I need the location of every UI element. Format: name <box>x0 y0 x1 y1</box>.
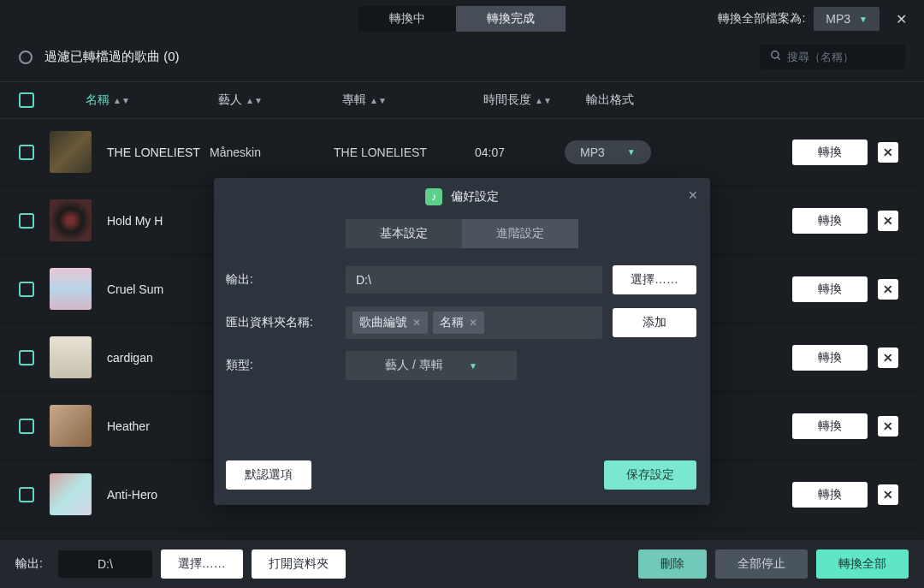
add-tag-button[interactable]: 添加 <box>613 308 696 337</box>
modal-choose-button[interactable]: 選擇…… <box>613 265 696 294</box>
modal-output-label: 輸出: <box>226 272 346 288</box>
choose-output-button[interactable]: 選擇…… <box>161 549 243 579</box>
convert-all-button[interactable]: 轉換全部 <box>816 549 909 579</box>
remove-tag-icon[interactable]: ✕ <box>469 317 477 329</box>
tag-track-number[interactable]: 歌曲編號✕ <box>352 312 428 334</box>
remove-row-icon[interactable]: ✕ <box>878 347 898 368</box>
row-checkbox[interactable] <box>19 487 34 502</box>
modal-output-path[interactable]: D:\ <box>346 266 602 294</box>
album-art <box>50 131 92 173</box>
search-box[interactable] <box>760 45 905 69</box>
search-icon <box>770 50 782 64</box>
type-select[interactable]: 藝人 / 專輯 ▼ <box>346 351 517 380</box>
convert-button[interactable]: 轉換 <box>792 413 868 439</box>
modal-close-icon[interactable]: ✕ <box>688 188 698 202</box>
remove-row-icon[interactable]: ✕ <box>878 279 898 300</box>
output-label: 輸出: <box>15 556 43 572</box>
modal-title: 偏好設定 <box>451 189 499 205</box>
filter-label: 過濾已轉檔過的歌曲 (0) <box>44 49 180 65</box>
conversion-tabs: 轉換中 轉換完成 <box>358 6 566 32</box>
type-label: 類型: <box>226 358 346 373</box>
track-artist: Måneskin <box>210 146 334 159</box>
delete-button[interactable]: 刪除 <box>638 549 707 579</box>
convert-button[interactable]: 轉換 <box>792 208 868 234</box>
remove-tag-icon[interactable]: ✕ <box>412 317 421 329</box>
convert-button[interactable]: 轉換 <box>792 276 868 302</box>
stop-all-button[interactable]: 全部停止 <box>715 549 808 579</box>
all-format-select[interactable]: MP3 ▼ <box>814 7 880 31</box>
col-artist[interactable]: 藝人▲▼ <box>218 92 342 108</box>
convert-button[interactable]: 轉換 <box>792 140 868 165</box>
chevron-down-icon: ▼ <box>627 147 636 157</box>
sort-icon: ▲▼ <box>113 98 130 103</box>
filter-toggle-icon[interactable] <box>19 50 33 64</box>
row-checkbox[interactable] <box>19 282 34 297</box>
app-icon: ♪ <box>425 188 442 205</box>
save-settings-button[interactable]: 保存設定 <box>604 460 696 490</box>
svg-line-1 <box>778 57 780 60</box>
table-row: THE LONELIEST Måneskin THE LONELIEST 04:… <box>0 119 917 187</box>
track-name: THE LONELIEST <box>107 146 210 159</box>
select-all-checkbox[interactable] <box>19 92 34 108</box>
track-name: Cruel Sum <box>107 282 210 296</box>
row-checkbox[interactable] <box>19 419 34 434</box>
album-art <box>50 268 92 310</box>
album-art <box>50 405 92 447</box>
preferences-modal: ♪ 偏好設定 ✕ 基本設定 進階設定 輸出: D:\ 選擇…… 匯出資料夾名稱:… <box>214 178 710 505</box>
track-duration: 04:07 <box>475 146 565 159</box>
open-folder-button[interactable]: 打開資料夾 <box>252 549 346 579</box>
col-name[interactable]: 名稱▲▼ <box>86 92 218 108</box>
row-checkbox[interactable] <box>19 213 34 229</box>
tab-advanced-settings[interactable]: 進階設定 <box>462 219 578 248</box>
sort-icon: ▲▼ <box>535 98 552 103</box>
row-checkbox[interactable] <box>19 145 34 160</box>
track-album: THE LONELIEST <box>334 146 475 159</box>
chevron-down-icon: ▼ <box>859 15 868 24</box>
remove-row-icon[interactable]: ✕ <box>878 484 898 505</box>
track-name: cardigan <box>107 351 210 365</box>
default-options-button[interactable]: 默認選項 <box>226 460 311 490</box>
convert-button[interactable]: 轉換 <box>792 345 868 371</box>
type-value: 藝人 / 專輯 <box>385 358 443 373</box>
svg-point-0 <box>772 51 779 58</box>
album-art <box>50 336 92 378</box>
col-duration[interactable]: 時間長度▲▼ <box>483 92 586 108</box>
tab-converting[interactable]: 轉換中 <box>358 6 456 32</box>
output-path: D:\ <box>58 550 152 578</box>
remove-row-icon[interactable]: ✕ <box>878 142 898 163</box>
remove-row-icon[interactable]: ✕ <box>878 211 898 231</box>
all-format-label: 轉換全部檔案為: <box>718 11 805 27</box>
album-art <box>50 199 92 241</box>
row-checkbox[interactable] <box>19 350 34 365</box>
track-name: Hold My H <box>107 214 210 228</box>
all-format-value: MP3 <box>826 12 850 26</box>
export-folder-name-label: 匯出資料夾名稱: <box>226 315 346 330</box>
col-output-format: 輸出格式 <box>586 92 689 108</box>
chevron-down-icon: ▼ <box>469 361 477 371</box>
tag-name[interactable]: 名稱✕ <box>433 312 484 334</box>
sort-icon: ▲▼ <box>246 98 263 103</box>
sort-icon: ▲▼ <box>370 98 387 103</box>
album-art <box>50 473 92 515</box>
row-format-select[interactable]: MP3▼ <box>565 140 651 164</box>
remove-row-icon[interactable]: ✕ <box>878 416 898 437</box>
convert-button[interactable]: 轉換 <box>792 482 868 508</box>
export-name-tags[interactable]: 歌曲編號✕ 名稱✕ <box>346 306 602 339</box>
tab-basic-settings[interactable]: 基本設定 <box>346 219 462 248</box>
close-icon[interactable]: ✕ <box>888 11 914 27</box>
search-input[interactable] <box>787 50 895 63</box>
track-name: Anti-Hero <box>107 488 210 502</box>
track-name: Heather <box>107 419 210 433</box>
tab-done[interactable]: 轉換完成 <box>456 6 566 32</box>
col-album[interactable]: 專輯▲▼ <box>342 92 483 108</box>
